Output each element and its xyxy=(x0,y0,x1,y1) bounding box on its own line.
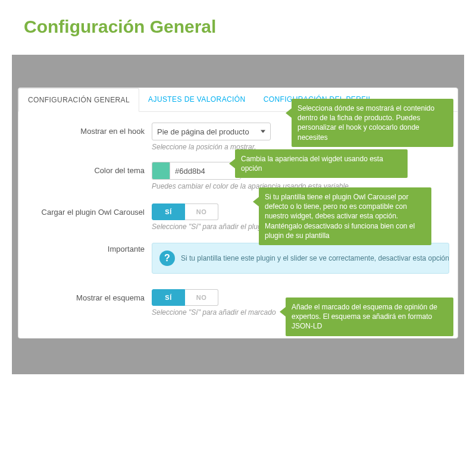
hook-select[interactable]: Pie de página del producto xyxy=(152,123,271,140)
question-icon: ? xyxy=(159,250,175,266)
callout-schema: Añade el marcado del esquema de opinión … xyxy=(286,298,453,336)
hook-select-value: Pie de página del producto xyxy=(157,127,249,136)
label-hook: Mostrar en el hook xyxy=(27,123,152,136)
label-theme-color: Color del tema xyxy=(27,162,152,175)
page-title: Configuración General xyxy=(0,0,476,44)
callout-hook: Selecciona dónde se mostrará el contenid… xyxy=(292,99,453,147)
alert-important-text: Si tu plantilla tiene este plugin y el s… xyxy=(181,254,449,262)
chevron-down-icon xyxy=(261,130,265,133)
label-owl: Cargar el plugin Owl Carousel xyxy=(27,203,152,217)
alert-important: ? Si tu plantilla tiene este plugin y el… xyxy=(152,243,449,274)
callout-theme-color: Cambia la apariencia del wigdet usando e… xyxy=(235,149,408,178)
label-schema: Mostrar el esquema xyxy=(27,289,152,302)
tab-general[interactable]: CONFIGURACIÓN GENERAL xyxy=(18,88,139,112)
color-swatch[interactable] xyxy=(152,162,170,180)
owl-toggle-yes[interactable]: SÍ xyxy=(152,203,185,220)
label-important: Importante xyxy=(27,240,152,253)
owl-toggle[interactable]: SÍ NO xyxy=(152,203,218,220)
tab-ratings[interactable]: AJUSTES DE VALORACIÓN xyxy=(139,88,255,111)
owl-toggle-no[interactable]: NO xyxy=(185,203,218,220)
schema-toggle-yes[interactable]: SÍ xyxy=(152,289,185,306)
schema-toggle-no[interactable]: NO xyxy=(185,289,218,306)
schema-toggle[interactable]: SÍ NO xyxy=(152,289,218,306)
row-important: Importante ? Si tu plantilla tiene este … xyxy=(27,240,449,274)
callout-owl: Si tu plantilla tiene el plugin Owl Caro… xyxy=(259,187,431,245)
